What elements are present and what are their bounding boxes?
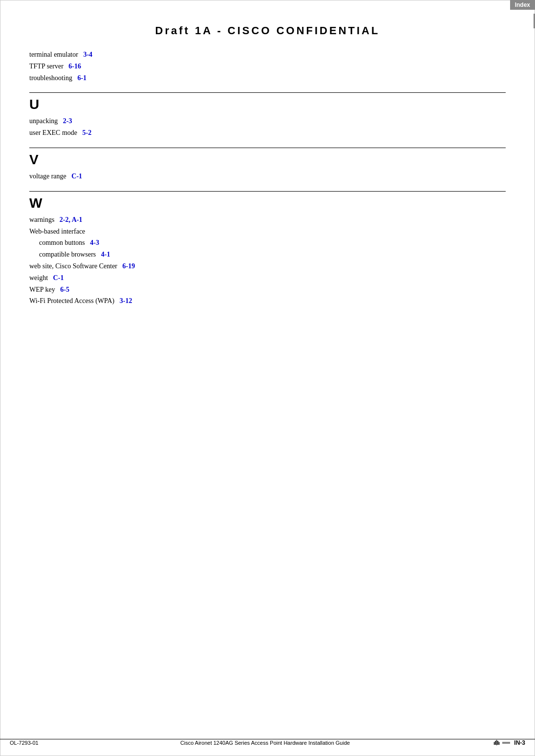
page-footer: OL-7293-01 Cisco Aironet 1240AG Series A… (0, 739, 535, 746)
entry-web-site-cisco: web site, Cisco Software Center 6-19 (29, 260, 506, 272)
t-section-entries: terminal emulator 3-4 TFTP server 6-16 t… (29, 49, 506, 84)
svg-rect-0 (494, 742, 495, 745)
entry-user-exec-mode: user EXEC mode 5-2 (29, 127, 506, 139)
entry-compatible-browsers: compatible browsers 4-1 (39, 249, 506, 260)
entry-warnings: warnings 2-2, A-1 (29, 214, 506, 226)
entry-wep-key: WEP key 6-5 (29, 284, 506, 296)
v-section-letter: V (29, 152, 506, 168)
footer-page-number: IN-3 (514, 739, 525, 746)
entry-weight: weight C-1 (29, 272, 506, 284)
entry-web-based-interface: Web-based interface (29, 226, 506, 238)
u-section-divider (29, 92, 506, 93)
cisco-logo-icon (493, 739, 502, 746)
entry-tftp-server-ref: 6-16 (68, 63, 81, 70)
entry-unpacking-ref: 2-3 (63, 117, 72, 125)
footer-doc-number: OL-7293-01 (10, 740, 39, 746)
entry-wifi-protected-access: Wi-Fi Protected Access (WPA) 3-12 (29, 295, 506, 307)
entry-compatible-browsers-ref: 4-1 (101, 251, 110, 258)
draft-title: Draft 1A - CISCO CONFIDENTIAL (0, 24, 535, 37)
svg-rect-3 (498, 741, 499, 745)
entry-weight-ref: C-1 (53, 274, 64, 281)
entry-web-site-cisco-ref: 6-19 (123, 262, 135, 270)
w-section-divider (29, 191, 506, 192)
entry-troubleshooting-ref: 6-1 (77, 74, 86, 82)
w-section-entries: warnings 2-2, A-1 Web-based interface co… (29, 214, 506, 307)
entry-voltage-range-ref: C-1 (71, 173, 82, 180)
entry-warnings-ref: 2-2, A-1 (60, 216, 83, 223)
entry-unpacking: unpacking 2-3 (29, 115, 506, 127)
footer-page-tab (502, 742, 510, 744)
entry-common-buttons: common buttons 4-3 (39, 237, 506, 249)
svg-rect-2 (496, 740, 497, 745)
entry-wep-key-ref: 6-5 (60, 286, 69, 293)
footer-doc-title: Cisco Aironet 1240AG Series Access Point… (39, 740, 492, 746)
entry-terminal-emulator: terminal emulator 3-4 (29, 49, 506, 61)
entry-troubleshooting: troubleshooting 6-1 (29, 72, 506, 84)
v-section-entries: voltage range C-1 (29, 171, 506, 182)
entry-wifi-protected-access-ref: 3-12 (120, 297, 132, 304)
entry-user-exec-mode-ref: 5-2 (82, 129, 91, 136)
page-header: Draft 1A - CISCO CONFIDENTIAL (0, 24, 535, 37)
index-tab-bar: Index (510, 0, 535, 10)
content-area: terminal emulator 3-4 TFTP server 6-16 t… (29, 49, 506, 307)
entry-common-buttons-ref: 4-3 (90, 239, 99, 246)
svg-rect-4 (499, 742, 500, 745)
v-section-divider (29, 148, 506, 148)
u-section-letter: U (29, 97, 506, 112)
svg-rect-1 (495, 741, 496, 745)
index-tab-label: Index (510, 0, 535, 10)
w-section-letter: W (29, 195, 506, 211)
u-section-entries: unpacking 2-3 user EXEC mode 5-2 (29, 115, 506, 139)
footer-page-area: IN-3 (492, 739, 525, 746)
entry-tftp-server: TFTP server 6-16 (29, 61, 506, 72)
entry-voltage-range: voltage range C-1 (29, 171, 506, 182)
entry-terminal-emulator-ref: 3-4 (83, 51, 92, 58)
